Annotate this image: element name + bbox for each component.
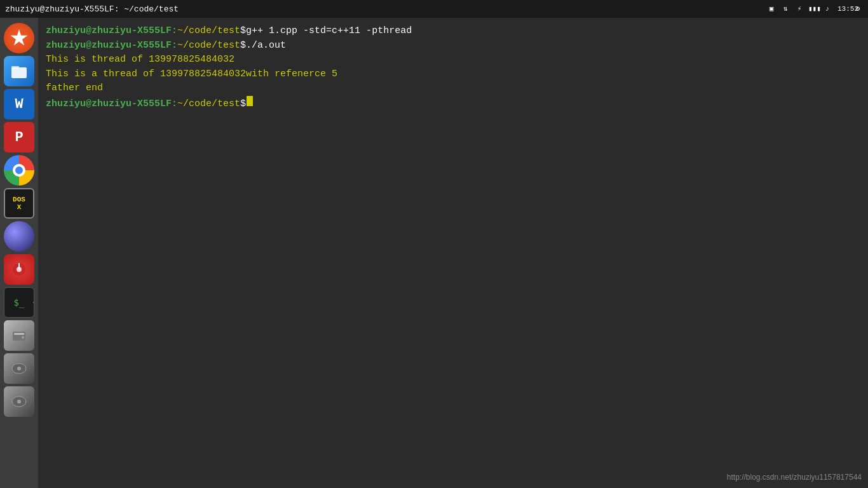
sidebar-item-disk3[interactable] <box>4 386 34 417</box>
output-text-2: This is a thread of 139978825484032with … <box>46 67 337 82</box>
prompt-user-1: zhuziyu@zhuziyu-X555LF: <box>46 24 177 39</box>
settings-icon[interactable]: ⚙ <box>853 4 863 14</box>
files-icon <box>10 62 28 80</box>
watermark: http://blog.csdn.net/zhuziyu1157817544 <box>727 473 862 482</box>
terminal-window[interactable]: zhuziyu@zhuziyu-X555LF: ~/code/test $ g+… <box>38 18 868 488</box>
prompt-dollar-4: $ <box>240 97 246 112</box>
sidebar-item-sphere[interactable] <box>4 221 34 252</box>
terminal-cursor <box>247 96 253 106</box>
prompt-user-4: zhuziyu@zhuziyu-X555LF: <box>46 97 177 112</box>
disk2-icon <box>10 360 28 377</box>
prompt-path-4: ~/code/test <box>177 97 240 112</box>
output-text-3: father end <box>46 81 103 96</box>
terminal-prompt-icon: $_ <box>14 297 25 308</box>
chrome-inner <box>13 164 25 177</box>
dosbox-label: DOSX <box>13 196 25 211</box>
prompt-dollar-1: $ <box>240 24 246 39</box>
wps-presentation-label: P <box>15 130 23 146</box>
sidebar-item-disk1[interactable] <box>4 320 34 351</box>
sidebar-item-ubuntu[interactable] <box>4 23 34 53</box>
terminal-line-2: zhuziyu@zhuziyu-X555LF: ~/code/test $ ./… <box>46 39 860 53</box>
sidebar-item-disk2[interactable] <box>4 353 34 384</box>
sidebar-item-dosbox[interactable]: DOSX <box>4 188 34 219</box>
sidebar-item-files[interactable] <box>4 56 34 86</box>
svg-point-13 <box>17 400 21 403</box>
svg-rect-0 <box>11 67 27 78</box>
terminal-output-2: This is a thread of 139978825484032with … <box>46 67 860 82</box>
sidebar-item-chrome[interactable] <box>4 155 34 186</box>
sidebar-item-terminal[interactable]: $_ <box>4 287 34 318</box>
prompt-path-1: ~/code/test <box>177 24 240 39</box>
clock: 13:52 <box>837 4 848 14</box>
disk3-icon <box>10 393 28 410</box>
system-tray: ▣ ⇅ ⚡ ▮▮▮ ♪ 13:52 ⚙ <box>766 4 863 14</box>
cmd1: g++ 1.cpp -std=c++11 -pthread <box>246 24 412 39</box>
svg-point-10 <box>17 367 21 370</box>
cmd2: ./a.out <box>246 39 286 53</box>
svg-rect-1 <box>11 66 19 69</box>
bluetooth-icon[interactable]: ⚡ <box>794 4 804 14</box>
top-bar: zhuziyu@zhuziyu-X555LF: ~/code/test ▣ ⇅ … <box>0 0 868 18</box>
tray-icons: ▣ ⇅ ⚡ ▮▮▮ ♪ <box>766 4 832 14</box>
sidebar-item-wps-presentation[interactable]: P <box>4 122 34 152</box>
prompt-path-2: ~/code/test <box>177 39 240 53</box>
network-icon[interactable]: ⇅ <box>780 4 790 14</box>
terminal-output-3: father end <box>46 81 860 96</box>
output-text-1: This is thread of 139978825484032 <box>46 53 234 67</box>
volume-icon[interactable]: ♪ <box>822 4 832 14</box>
terminal-output-1: This is thread of 139978825484032 <box>46 53 860 67</box>
svg-point-7 <box>22 336 24 339</box>
active-indicator <box>33 299 34 306</box>
terminal-line-4: zhuziyu@zhuziyu-X555LF: ~/code/test $ <box>46 96 860 112</box>
battery-icon[interactable]: ▮▮▮ <box>808 4 818 14</box>
sidebar-item-wps-writer[interactable]: W <box>4 89 34 119</box>
sidebar-item-red-app[interactable] <box>4 254 34 285</box>
disk1-icon <box>10 327 28 344</box>
terminal-line-1: zhuziyu@zhuziyu-X555LF: ~/code/test $ g+… <box>46 24 860 39</box>
svg-rect-6 <box>14 333 24 335</box>
prompt-user-2: zhuziyu@zhuziyu-X555LF: <box>46 39 177 53</box>
red-app-icon <box>10 261 28 278</box>
sidebar-dock: W P DOSX $_ <box>0 18 38 488</box>
window-title: zhuziyu@zhuziyu-X555LF: ~/code/test <box>5 4 179 14</box>
window-controls-icon[interactable]: ▣ <box>766 4 776 14</box>
prompt-dollar-2: $ <box>240 39 246 53</box>
wps-writer-label: W <box>15 97 23 112</box>
